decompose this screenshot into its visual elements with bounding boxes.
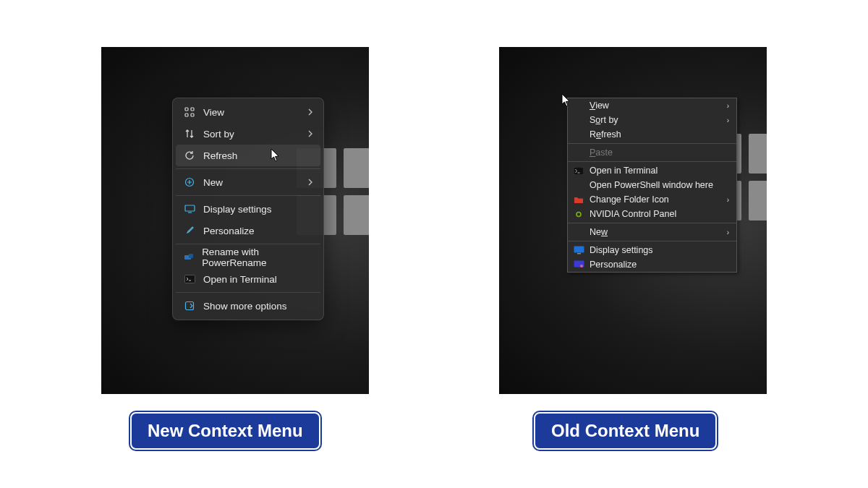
brush-icon [183,226,196,236]
menu-item-display-settings[interactable]: Display settings [176,198,320,220]
svg-rect-11 [574,210,584,218]
svg-rect-10 [574,167,584,175]
svg-point-16 [580,265,583,267]
menu-item-label: Open PowerShell window here [590,180,713,190]
desktop-panel-old: View › Sort by › Refresh Paste Open in T… [499,47,767,394]
personalize-icon [572,260,585,269]
menu-item-label: Sort by [590,115,618,125]
chevron-right-icon [307,179,313,186]
menu-item-paste: Paste [568,145,736,160]
menu-item-label: View [203,107,224,118]
menu-item-change-folder-icon[interactable]: Change Folder Icon › [568,192,736,207]
menu-item-label: Open in Terminal [590,166,658,176]
menu-item-label: Sort by [203,129,234,140]
terminal-icon [572,167,585,175]
menu-item-label: Change Folder Icon [590,194,669,205]
folder-icon [572,196,585,204]
menu-item-label: New [590,227,608,237]
menu-item-label: Display settings [203,204,272,215]
menu-separator [568,143,736,144]
sort-icon [183,129,196,139]
menu-item-display-settings[interactable]: Display settings [568,243,736,257]
svg-rect-2 [185,114,188,116]
menu-separator [568,223,736,223]
chevron-right-icon [307,130,313,137]
chevron-right-icon: › [727,228,729,236]
menu-item-new[interactable]: New [176,171,320,193]
menu-separator [176,292,320,293]
menu-separator [568,241,736,241]
menu-item-label: Open in Terminal [203,274,277,285]
menu-item-label: Personalize [203,226,255,236]
menu-item-new[interactable]: New › [568,225,736,239]
menu-item-label: Show more options [203,301,287,312]
menu-item-sort-by[interactable]: Sort by [176,123,320,145]
menu-item-label: New [203,177,223,188]
chevron-right-icon: › [727,102,729,110]
display-icon [572,246,585,254]
menu-item-label: NVIDIA Control Panel [590,209,676,219]
plus-circle-icon [183,177,196,187]
svg-rect-0 [185,108,188,111]
grid-icon [183,107,196,117]
menu-item-show-more[interactable]: Show more options [176,295,320,317]
context-menu-new: View Sort by Refresh New [172,98,324,320]
menu-item-open-terminal[interactable]: Open in Terminal [176,268,320,290]
menu-separator [176,195,320,196]
display-icon [183,204,196,214]
svg-rect-14 [577,253,581,254]
svg-rect-7 [189,254,193,258]
powerrename-icon [183,253,195,262]
svg-rect-1 [191,108,194,111]
desktop-panel-new: View Sort by Refresh New [101,47,369,394]
chevron-right-icon: › [727,116,729,124]
menu-item-view[interactable]: View [176,101,320,123]
svg-rect-3 [191,114,194,116]
chevron-right-icon [307,108,313,116]
menu-item-sort-by[interactable]: Sort by › [568,113,736,127]
menu-item-personalize[interactable]: Personalize [176,220,320,241]
menu-separator [176,244,320,244]
svg-rect-13 [574,247,584,253]
terminal-icon [183,275,196,283]
menu-item-refresh[interactable]: Refresh [176,145,320,166]
menu-item-label: Personalize [590,260,637,270]
menu-item-label: View [590,100,609,111]
menu-item-open-terminal[interactable]: Open in Terminal [568,163,736,178]
menu-item-view[interactable]: View › [568,98,736,113]
caption-new-menu: New Context Menu [130,412,320,450]
refresh-icon [183,150,196,160]
nvidia-icon [572,210,585,218]
menu-separator [568,161,736,162]
menu-item-label: Paste [590,147,613,158]
svg-rect-8 [184,275,195,283]
menu-item-nvidia[interactable]: NVIDIA Control Panel [568,207,736,221]
context-menu-old: View › Sort by › Refresh Paste Open in T… [567,98,737,273]
menu-item-label: Refresh [203,150,237,161]
svg-rect-5 [185,205,195,211]
chevron-right-icon: › [727,196,729,204]
menu-item-open-powershell[interactable]: Open PowerShell window here [568,178,736,192]
menu-item-label: Display settings [590,245,653,255]
menu-item-personalize[interactable]: Personalize [568,257,736,272]
menu-item-refresh[interactable]: Refresh [568,127,736,142]
more-options-icon [183,301,196,311]
menu-separator [176,168,320,169]
caption-old-menu: Old Context Menu [534,412,717,450]
menu-item-label: Rename with PowerRename [202,247,313,268]
menu-item-rename-powerrename[interactable]: Rename with PowerRename [176,247,320,268]
menu-item-label: Refresh [590,129,621,140]
